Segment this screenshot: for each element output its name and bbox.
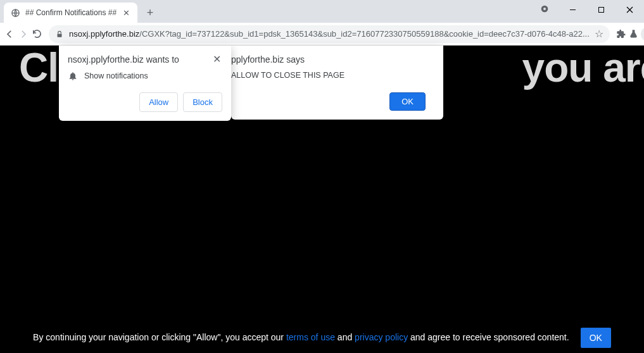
cookie-bar: By continuing your navigation or clickin… [0,328,644,348]
privacy-link[interactable]: privacy policy [355,332,408,342]
profile-button[interactable] [641,25,644,43]
tab-bar: ## Confirm Notifications ## ✕ + [0,0,644,23]
forward-button[interactable] [18,25,29,43]
bell-icon [68,71,78,81]
star-icon[interactable]: ☆ [595,28,603,40]
avatar-icon [641,27,644,42]
alert-message: ALLOW TO CLOSE THIS PAGE [231,71,434,80]
window-controls [536,0,644,22]
notification-permission-popup: nsoxj.pplyforthe.biz wants to ✕ Show not… [59,46,231,121]
back-button[interactable] [4,25,15,43]
new-tab-button[interactable]: + [141,4,159,22]
block-button[interactable]: Block [183,92,222,112]
toolbar: nsoxj.pplyforthe.biz/CGXK?tag_id=737122&… [0,23,644,46]
cookie-ok-button[interactable]: OK [581,328,611,348]
address-bar[interactable]: nsoxj.pplyforthe.biz/CGXK?tag_id=737122&… [49,25,610,43]
svg-rect-4 [599,7,604,12]
browser-tab[interactable]: ## Confirm Notifications ## ✕ [4,3,137,23]
globe-icon [10,8,20,18]
permission-origin: nsoxj.pplyforthe.biz wants to [68,54,179,65]
alert-title: pplyforthe.biz says [231,54,434,65]
incognito-icon[interactable] [536,0,553,18]
cookie-text: By continuing your navigation or clickin… [33,331,569,344]
lab-icon[interactable] [629,25,638,43]
permission-label: Show notifications [84,71,148,80]
minimize-button[interactable] [559,0,587,19]
close-window-button[interactable] [616,0,644,19]
alert-ok-button[interactable]: OK [389,92,426,111]
extensions-icon[interactable] [616,25,626,43]
terms-link[interactable]: terms of use [286,332,335,342]
svg-rect-7 [58,34,62,37]
lock-icon [55,30,64,39]
reload-button[interactable] [32,25,42,43]
tab-title: ## Confirm Notifications ## [25,8,117,17]
svg-point-2 [543,8,546,10]
permission-close-icon[interactable]: ✕ [212,54,222,65]
allow-button[interactable]: Allow [139,92,178,112]
maximize-button[interactable] [587,0,616,19]
tab-close-icon[interactable]: ✕ [122,7,131,19]
js-alert-dialog: pplyforthe.biz says ALLOW TO CLOSE THIS … [231,46,443,120]
url-text: nsoxj.pplyforthe.biz/CGXK?tag_id=737122&… [69,29,590,39]
